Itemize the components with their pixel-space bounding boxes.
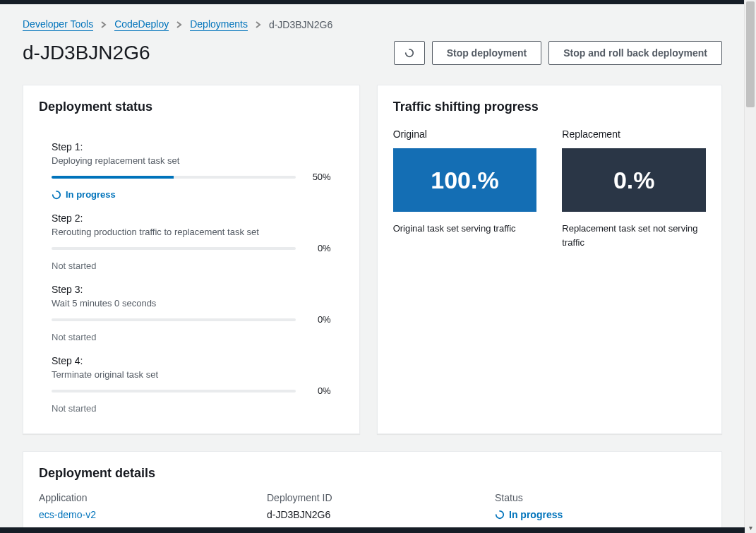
step-desc: Wait 5 minutes 0 seconds [52, 298, 331, 309]
step-status-text: Not started [52, 403, 97, 414]
progress-bar [52, 176, 296, 179]
details-deployment-id-value: d-JD3BJN2G6 [267, 509, 478, 520]
stop-rollback-button[interactable]: Stop and roll back deployment [548, 41, 722, 65]
step-title: Step 2: [52, 212, 331, 224]
deployment-status-title: Deployment status [23, 85, 359, 126]
step-status: Not started [52, 403, 331, 414]
deployment-step: Step 4:Terminate original task set0%Not … [52, 355, 331, 414]
traffic-card: Traffic shifting progress Original 100.%… [377, 85, 722, 434]
details-status-value: In progress [495, 509, 706, 520]
progress-bar [52, 390, 296, 393]
deployment-details-card: Deployment details Application ecs-demo-… [23, 451, 722, 533]
details-deployment-id-label: Deployment ID [267, 492, 478, 503]
traffic-title: Traffic shifting progress [378, 85, 721, 126]
header-actions: Stop deployment Stop and roll back deplo… [394, 41, 722, 65]
progress-bar [52, 318, 296, 321]
spinner-icon [404, 48, 414, 58]
details-application-label: Application [39, 492, 250, 503]
deployment-step: Step 3:Wait 5 minutes 0 seconds0%Not sta… [52, 284, 331, 342]
traffic-replacement-desc: Replacement task set not serving traffic [562, 222, 706, 249]
progress-pct: 0% [306, 385, 331, 396]
step-status: In progress [52, 189, 331, 200]
breadcrumb-current: d-JD3BJN2G6 [269, 19, 332, 30]
traffic-original-tile: 100.% [393, 148, 537, 212]
traffic-replacement: Replacement 0.% Replacement task set not… [562, 128, 706, 249]
chevron-right-icon [255, 19, 262, 30]
traffic-original-label: Original [393, 128, 537, 140]
scroll-down-arrow[interactable]: ▾ [745, 522, 756, 533]
step-status: Not started [52, 260, 331, 271]
chevron-right-icon [100, 19, 107, 30]
progress-pct: 0% [306, 243, 331, 253]
traffic-replacement-tile: 0.% [562, 148, 706, 212]
traffic-original-desc: Original task set serving traffic [393, 222, 537, 236]
step-status-text: Not started [52, 260, 97, 271]
step-desc: Rerouting production traffic to replacem… [52, 227, 331, 237]
deployment-status-card: Deployment status Step 1:Deploying repla… [23, 85, 360, 434]
breadcrumb-section[interactable]: Deployments [190, 18, 248, 31]
step-title: Step 3: [52, 284, 331, 295]
chevron-right-icon [176, 19, 183, 30]
details-status-text: In progress [509, 509, 563, 520]
breadcrumb-service[interactable]: CodeDeploy [114, 18, 169, 31]
deployment-details-title: Deployment details [23, 452, 721, 492]
vertical-scrollbar[interactable]: ▾ [744, 0, 756, 533]
stop-deployment-button[interactable]: Stop deployment [432, 41, 542, 65]
details-application-value[interactable]: ecs-demo-v2 [39, 509, 250, 520]
traffic-original: Original 100.% Original task set serving… [393, 128, 537, 249]
deployment-step: Step 1:Deploying replacement task set50%… [52, 141, 331, 200]
step-title: Step 1: [52, 141, 331, 152]
breadcrumb-root[interactable]: Developer Tools [23, 18, 93, 31]
details-status-label: Status [495, 492, 706, 503]
scroll-thumb[interactable] [746, 1, 755, 107]
spinner-icon [52, 190, 61, 200]
step-desc: Terminate original task set [52, 369, 331, 380]
breadcrumb: Developer Tools CodeDeploy Deployments d… [23, 14, 722, 31]
step-status-text: Not started [52, 332, 97, 342]
traffic-replacement-label: Replacement [562, 128, 706, 140]
progress-pct: 0% [306, 314, 331, 325]
progress-bar-fill [52, 176, 174, 179]
step-desc: Deploying replacement task set [52, 155, 331, 166]
refresh-button[interactable] [394, 41, 425, 65]
spinner-icon [495, 510, 505, 520]
deployment-step: Step 2:Rerouting production traffic to r… [52, 212, 331, 271]
progress-bar [52, 247, 296, 250]
page-title: d-JD3BJN2G6 [23, 42, 150, 64]
step-status: Not started [52, 332, 331, 342]
progress-pct: 50% [306, 172, 331, 182]
step-title: Step 4: [52, 355, 331, 366]
step-status-text: In progress [66, 189, 116, 200]
